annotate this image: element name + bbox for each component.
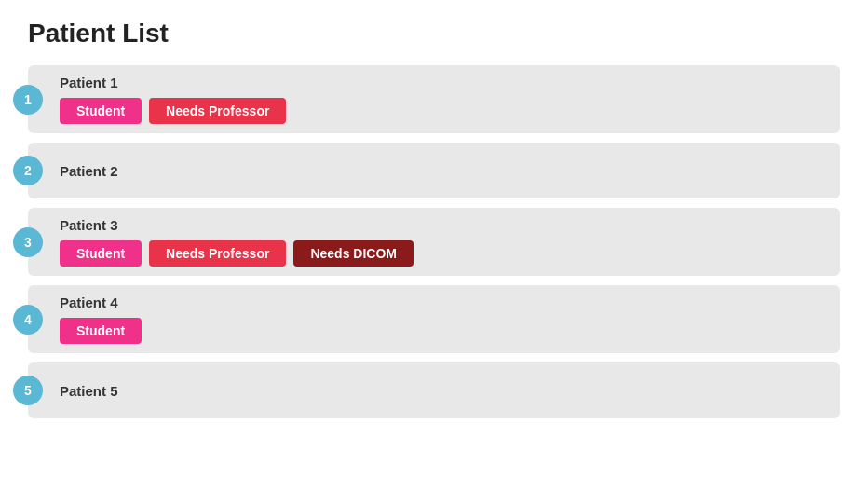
patient-list: 1Patient 1StudentNeeds Professor2Patient…	[28, 65, 840, 418]
patient-content: Patient 4Student	[60, 294, 142, 344]
patient-item: 5Patient 5	[28, 362, 840, 418]
patient-item: 3Patient 3StudentNeeds ProfessorNeeds DI…	[28, 208, 840, 276]
patient-name: Patient 1	[60, 75, 286, 90]
patient-content: Patient 2	[60, 163, 118, 179]
patient-name: Patient 4	[60, 294, 142, 310]
patient-content: Patient 1StudentNeeds Professor	[60, 75, 286, 124]
badge-needs-professor[interactable]: Needs Professor	[149, 98, 286, 124]
patient-item: 4Patient 4Student	[28, 285, 840, 353]
patient-name: Patient 5	[60, 383, 118, 399]
patient-number: 4	[13, 305, 43, 335]
patient-content: Patient 3StudentNeeds ProfessorNeeds DIC…	[60, 217, 414, 266]
patient-content: Patient 5	[60, 383, 118, 399]
badge-row: Student	[60, 318, 142, 344]
patient-name: Patient 3	[60, 217, 414, 233]
patient-number: 2	[13, 156, 43, 185]
badge-student[interactable]: Student	[60, 98, 142, 124]
badge-row: StudentNeeds ProfessorNeeds DICOM	[60, 240, 414, 266]
patient-item: 2Patient 2	[28, 143, 840, 198]
page-title: Patient List	[28, 19, 840, 48]
badge-student[interactable]: Student	[60, 240, 142, 266]
patient-name: Patient 2	[60, 163, 118, 179]
patient-item: 1Patient 1StudentNeeds Professor	[28, 65, 840, 133]
patient-number: 5	[13, 376, 43, 405]
badge-needs-professor[interactable]: Needs Professor	[149, 240, 286, 266]
badge-row: StudentNeeds Professor	[60, 98, 286, 124]
patient-number: 3	[13, 227, 43, 257]
badge-needs-dicom[interactable]: Needs DICOM	[293, 240, 414, 266]
badge-student[interactable]: Student	[60, 318, 142, 344]
patient-number: 1	[13, 85, 43, 115]
